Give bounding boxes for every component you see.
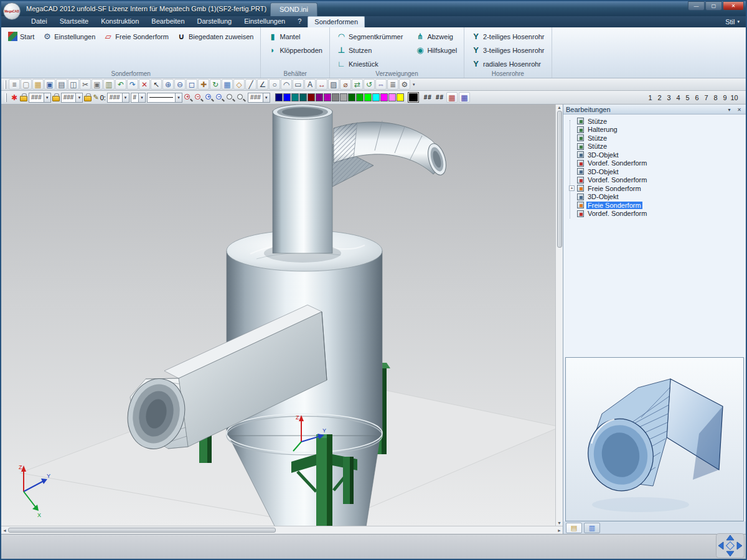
ribbon-item[interactable]: ⚙ Einstellungen xyxy=(39,30,98,43)
pen-number[interactable]: 6 xyxy=(692,94,702,101)
delete-icon[interactable]: ✕ xyxy=(139,79,150,90)
vertical-scrollbar[interactable]: ▲ ▼ xyxy=(555,105,563,526)
toolbar-grip[interactable] xyxy=(4,80,6,89)
print-preview-icon[interactable]: ◫ xyxy=(68,79,79,90)
open-file-icon[interactable]: ▦ xyxy=(32,79,44,90)
line-icon[interactable]: ╱ xyxy=(245,79,256,90)
zoom-out-red-icon[interactable]: − xyxy=(194,93,204,103)
preview-tab-views[interactable]: ▥ xyxy=(584,523,600,533)
palette-color[interactable] xyxy=(332,93,339,101)
menu-tab[interactable]: ? xyxy=(291,16,308,27)
ribbon-item[interactable]: ◉ Hilfskugel xyxy=(412,44,460,57)
ribbon-item[interactable]: Start xyxy=(5,30,37,43)
zoom-all-icon[interactable] xyxy=(237,93,247,103)
menu-tab[interactable]: Startseite xyxy=(54,16,95,27)
palette-color[interactable] xyxy=(308,93,315,101)
pen-number[interactable]: 4 xyxy=(674,94,683,101)
ribbon-item[interactable]: ▮ Mantel xyxy=(265,30,326,43)
minimize-button[interactable]: — xyxy=(688,1,705,11)
tree-item[interactable]: Freie Sonderform xyxy=(566,201,745,210)
properties-icon[interactable]: ≣ xyxy=(387,79,398,90)
ribbon-item[interactable]: Y radiales Hosenrohr xyxy=(468,57,547,70)
palette-color[interactable] xyxy=(324,93,331,101)
zoom-fit-icon[interactable]: ◻ xyxy=(186,79,197,90)
pen-number[interactable]: 8 xyxy=(711,94,720,101)
pen-number[interactable]: 9 xyxy=(720,94,730,101)
settings-icon[interactable]: ⚙ xyxy=(399,79,410,90)
pen-number[interactable]: 7 xyxy=(702,94,711,101)
toolbar-overflow-button[interactable]: ▾ xyxy=(413,82,415,87)
rectangle-icon[interactable]: ▭ xyxy=(293,79,304,90)
zoom-in-blue-icon[interactable]: + xyxy=(205,93,215,103)
zoom-in-red-icon[interactable]: + xyxy=(184,93,194,103)
palette-color[interactable] xyxy=(348,93,355,101)
menu-tab[interactable]: Einstellungen xyxy=(238,16,291,27)
pen-number[interactable]: 5 xyxy=(683,94,692,101)
document-tab[interactable]: SOND.ini xyxy=(270,2,317,16)
pen-combo[interactable]: ###▾ xyxy=(107,93,129,103)
scroll-down-arrow[interactable]: ▼ xyxy=(557,521,561,525)
pan-icon[interactable]: ✚ xyxy=(198,79,209,90)
close-button[interactable]: ✕ xyxy=(723,1,744,11)
ribbon-item[interactable]: ◗ Klöpperboden xyxy=(265,44,326,57)
model-cyclone-separator[interactable]: Z Y Z Y xyxy=(1,105,555,526)
linewidth-combo[interactable]: #▾ xyxy=(131,93,146,103)
palette-color[interactable] xyxy=(364,93,372,101)
menu-tab[interactable]: Sonderformen xyxy=(308,16,365,27)
tree-item[interactable]: Vordef. Sonderform xyxy=(566,210,745,218)
ribbon-item[interactable]: Y 2-teiliges Hosenrohr xyxy=(468,30,547,43)
menu-tab[interactable]: Konstruktion xyxy=(95,16,145,27)
maximize-button[interactable]: ▢ xyxy=(705,1,722,11)
edit-history-tree[interactable]: Stütze Halterung Stütze Stütze 3D-Objekt… xyxy=(563,114,746,357)
zoom-window-icon[interactable] xyxy=(226,93,236,103)
palette-color[interactable] xyxy=(291,93,299,101)
zoom-out-icon[interactable]: ⊖ xyxy=(174,79,186,90)
tree-item[interactable]: + Freie Sonderform xyxy=(566,184,745,193)
tree-item[interactable]: Vordef. Sonderform xyxy=(566,159,745,168)
ribbon-item[interactable]: ⋔ Abzweig xyxy=(412,30,460,43)
linetype-hash-label[interactable]: ## xyxy=(424,94,432,101)
dimension-icon[interactable]: ↔ xyxy=(316,79,327,90)
rotate-icon[interactable]: ↺ xyxy=(364,79,375,90)
panel-pin-button[interactable]: ▾ xyxy=(725,106,733,113)
tree-expander[interactable]: + xyxy=(569,185,575,191)
scroll-up-arrow[interactable]: ▲ xyxy=(557,105,561,110)
ribbon-item[interactable]: Y 3-teiliges Hosenrohr xyxy=(468,44,547,57)
pen-icon[interactable]: ✎ xyxy=(93,93,98,101)
group-lock-icon[interactable] xyxy=(52,96,60,101)
cut-icon[interactable]: ✂ xyxy=(80,79,91,90)
layer-lock-icon[interactable] xyxy=(20,96,27,101)
palette-color[interactable] xyxy=(388,93,396,101)
save-icon[interactable]: ▣ xyxy=(44,79,55,90)
select-icon[interactable]: ↖ xyxy=(151,79,162,90)
hatch-icon[interactable]: ▨ xyxy=(328,79,339,90)
zoom-out-blue-icon[interactable]: − xyxy=(215,93,225,103)
tree-item[interactable]: 3D-Objekt xyxy=(566,167,745,176)
circle-icon[interactable]: ○ xyxy=(269,79,280,90)
move-icon[interactable]: ⇄ xyxy=(352,79,363,90)
layer-combo[interactable]: ###▾ xyxy=(29,93,51,103)
ribbon-item[interactable]: ∪ Biegedaten zuweisen xyxy=(174,30,257,43)
palette-color[interactable] xyxy=(380,93,388,101)
horizontal-scroll-thumb[interactable] xyxy=(8,528,276,533)
preview-tab-materials[interactable]: ▤ xyxy=(566,523,582,533)
redraw-marker-icon[interactable]: ✱ xyxy=(11,93,17,102)
linestyle-combo[interactable]: ▾ xyxy=(147,93,182,103)
pentype-hash-label[interactable]: ## xyxy=(436,94,444,101)
print-icon[interactable]: ▤ xyxy=(56,79,67,90)
current-color-swatch[interactable] xyxy=(408,93,418,102)
ribbon-item[interactable]: ∟ Kniestück xyxy=(334,57,406,70)
group-combo[interactable]: ###▾ xyxy=(61,93,83,103)
menu-tab[interactable]: Darstellung xyxy=(191,16,238,27)
copy-icon[interactable]: ▣ xyxy=(92,79,103,90)
horizontal-scrollbar[interactable]: ◄ ► xyxy=(1,526,563,534)
tree-item[interactable]: 3D-Objekt xyxy=(566,193,745,202)
menu-tab[interactable]: Datei xyxy=(25,16,54,27)
tree-item[interactable]: Stütze xyxy=(566,134,745,142)
vertical-scroll-thumb[interactable] xyxy=(557,111,562,248)
paste-icon[interactable]: ▥ xyxy=(103,79,115,90)
palette-color[interactable] xyxy=(356,93,364,101)
part-preview[interactable] xyxy=(565,357,744,521)
palette-color[interactable] xyxy=(283,93,291,101)
pen-number[interactable]: 1 xyxy=(646,94,655,101)
